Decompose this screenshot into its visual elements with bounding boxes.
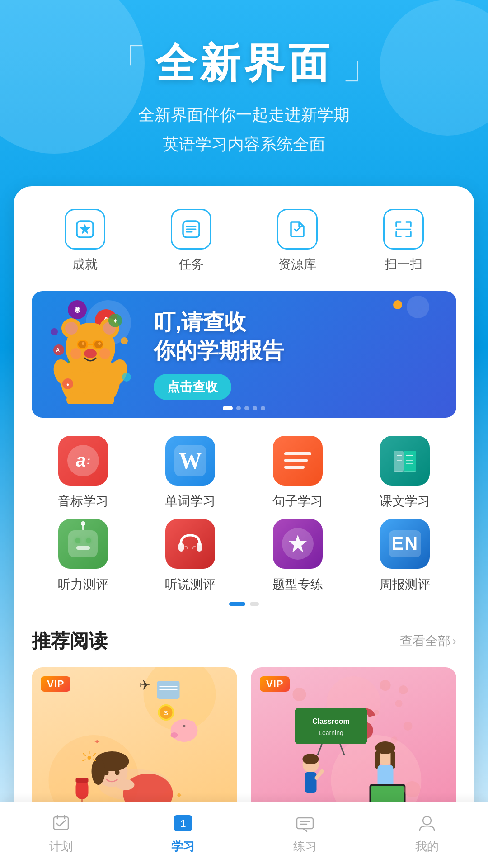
quick-action-scan[interactable]: 扫一扫 (383, 209, 424, 273)
svg-point-88 (391, 736, 398, 743)
svg-text:Learning: Learning (319, 729, 343, 736)
banner-dot-4[interactable] (253, 406, 257, 410)
banner-dot-5[interactable] (261, 406, 265, 410)
quick-action-task[interactable]: 任务 (171, 209, 211, 273)
quick-action-resource[interactable]: 资源库 (277, 209, 318, 273)
banner-main-text: 叮,请查收 你的学期报告 (154, 308, 443, 365)
svg-text:✦: ✦ (113, 317, 118, 325)
vip-badge-2: VIP (260, 676, 290, 692)
star-bg (282, 528, 314, 560)
module-text[interactable]: 课文学习 (354, 436, 457, 510)
robot-face (68, 530, 98, 557)
weekly-icon: EN (380, 519, 430, 569)
mine-nav-label: 我的 (415, 839, 439, 854)
subtitle-line2: 英语学习内容系统全面 (27, 130, 461, 159)
study-nav-icon: 1 (171, 811, 195, 835)
sentence-icon (273, 436, 323, 486)
svg-point-84 (380, 680, 391, 691)
svg-rect-47 (178, 542, 184, 552)
phonics-label: 音标学习 (58, 493, 108, 510)
recommended-reading-section: 推荐阅读 查看全部 › VIP (32, 628, 456, 812)
svg-line-98 (317, 771, 322, 778)
reading-card-2[interactable]: VIP VS Classroom Learning (251, 667, 456, 812)
svg-text:✈: ✈ (139, 678, 150, 693)
module-speaking[interactable]: 听说测评 (139, 519, 242, 593)
module-word[interactable]: W 单词学习 (139, 436, 242, 510)
banner-dot-2[interactable] (236, 406, 241, 410)
nav-mine[interactable]: 我的 (366, 811, 488, 854)
svg-rect-24 (78, 341, 88, 348)
word-icon: W (165, 436, 215, 486)
weekly-inner: EN (389, 530, 421, 557)
module-weekly[interactable]: EN 周报测评 (354, 519, 457, 593)
module-dot-1[interactable] (229, 602, 245, 606)
plan-nav-label: 计划 (49, 839, 73, 854)
banner-pagination (223, 406, 265, 410)
svg-point-60 (171, 732, 178, 738)
speaking-label: 听说测评 (165, 576, 216, 593)
resource-label: 资源库 (278, 256, 316, 273)
svg-text:$: $ (164, 709, 168, 717)
svg-rect-96 (305, 772, 317, 793)
svg-text:✦: ✦ (175, 790, 183, 800)
task-icon (171, 209, 211, 250)
sentence-label: 句子学习 (272, 493, 323, 510)
svg-point-23 (99, 348, 110, 359)
module-type[interactable]: 题型专练 (246, 519, 349, 593)
chevron-right-icon: › (452, 634, 456, 648)
task-label: 任务 (178, 256, 204, 273)
svg-rect-48 (197, 542, 202, 552)
nav-exercise[interactable]: 练习 (244, 811, 366, 854)
nav-study[interactable]: 1 学习 (122, 811, 244, 854)
svg-point-66 (104, 769, 109, 775)
scan-label: 扫一扫 (385, 256, 422, 273)
svg-text:Classroom: Classroom (312, 717, 350, 725)
bracket-left: 「 (106, 43, 146, 84)
float-dot-yellow (393, 300, 402, 309)
banner[interactable]: A ✦ ◉ (32, 291, 456, 418)
module-phonics[interactable]: a : 音标学习 (32, 436, 135, 510)
header: 「 全新界面 」 全新界面伴你一起走进新学期 英语学习内容系统全面 (0, 0, 488, 177)
sentence-line-3 (284, 466, 305, 469)
svg-point-108 (404, 781, 421, 797)
svg-point-29 (51, 328, 58, 335)
robot-antenna (82, 524, 84, 530)
svg-point-21 (84, 349, 97, 358)
banner-dot-3[interactable] (244, 406, 249, 410)
module-sentence[interactable]: 句子学习 (246, 436, 349, 510)
reading-cards: VIP $ (32, 667, 456, 812)
sentence-line-2 (284, 459, 308, 462)
reading-card-1[interactable]: VIP $ (32, 667, 237, 812)
robot-eye-left (75, 538, 80, 543)
svg-point-73 (88, 756, 91, 760)
svg-point-107 (293, 688, 306, 701)
phonics-inner: a : (67, 445, 99, 476)
exercise-nav-icon (293, 811, 317, 835)
banner-button[interactable]: 点击查收 (154, 374, 231, 400)
bracket-right: 」 (342, 43, 382, 84)
section-header: 推荐阅读 查看全部 › (32, 628, 456, 654)
svg-point-30 (122, 373, 131, 382)
module-listen[interactable]: 听力测评 (32, 519, 135, 593)
resource-icon (277, 209, 318, 250)
svg-marker-1 (80, 224, 90, 234)
svg-point-61 (183, 725, 186, 727)
robot-eyes (75, 538, 91, 543)
banner-dot-1[interactable] (223, 406, 233, 410)
speaking-icon (165, 519, 215, 569)
text-label: 课文学习 (380, 493, 430, 510)
listen-icon (58, 519, 108, 569)
quick-action-achievement[interactable]: 成就 (65, 209, 105, 273)
module-indicator (32, 602, 456, 606)
svg-marker-49 (289, 535, 307, 552)
nav-plan[interactable]: 计划 (0, 811, 122, 854)
text-icon (380, 436, 430, 486)
svg-point-28 (121, 337, 128, 344)
sentence-lines (281, 448, 315, 472)
svg-point-67 (115, 769, 120, 775)
bottom-nav: 计划 1 学习 练习 我的 (0, 802, 488, 868)
module-dot-2[interactable] (250, 602, 259, 606)
svg-rect-70 (76, 780, 89, 799)
view-all-button[interactable]: 查看全部 › (400, 632, 456, 650)
svg-rect-71 (76, 778, 89, 783)
